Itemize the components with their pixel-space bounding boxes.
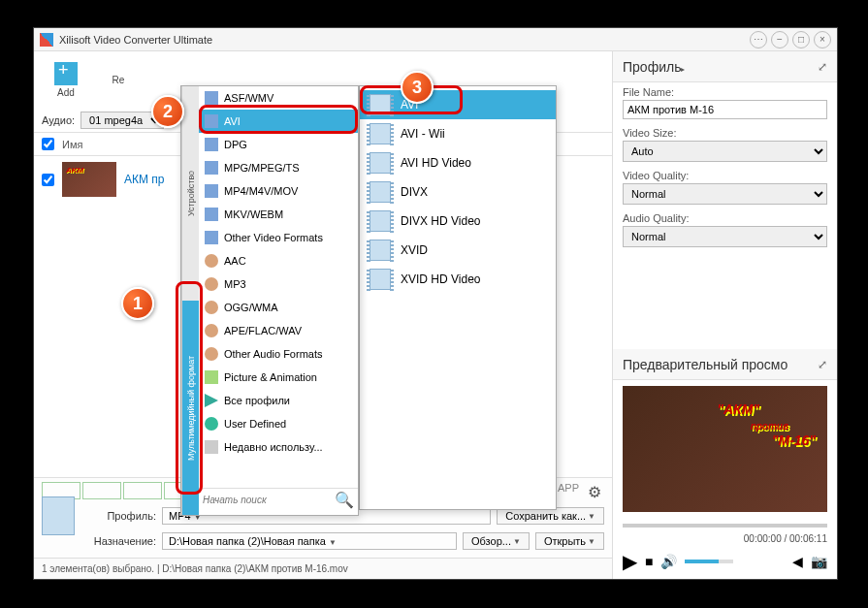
window-title: Xilisoft Video Converter Ultimate xyxy=(59,34,746,46)
preview-text-2: против xyxy=(751,421,788,432)
preview-section-header[interactable]: Предварительный просмо ⤢ xyxy=(613,349,837,380)
close-button[interactable]: × xyxy=(814,31,831,48)
remove-label: Re xyxy=(113,75,125,85)
expand-icon[interactable]: ⤢ xyxy=(818,60,827,74)
fmt-all-profiles[interactable]: Все профили xyxy=(199,389,358,412)
time-display: 00:00:00 / 00:06:11 xyxy=(744,533,827,544)
col-name: Имя xyxy=(62,139,82,150)
callout-3: 3 xyxy=(401,71,434,104)
destination-row: Назначение: D:\Новая папка (2)\Новая пап… xyxy=(42,528,604,554)
profile-label: Профиль: xyxy=(80,510,156,522)
video-size-select[interactable]: Auto xyxy=(623,141,827,162)
fmt-mpg[interactable]: MPG/MPEG/TS xyxy=(199,156,358,179)
fmt-other-video[interactable]: Other Video Formats xyxy=(199,226,358,249)
audio-quality-prop: Audio Quality: Normal xyxy=(613,208,837,251)
fmt-picture[interactable]: Picture & Animation xyxy=(199,366,358,389)
volume-button[interactable]: 🔊 xyxy=(660,554,677,569)
fmt-mp3[interactable]: MP3 xyxy=(199,272,358,296)
transport-controls: ▶ ■ 🔊 ◀ 📷 xyxy=(613,544,837,579)
side-tabs: Устройство Мультимедийный формат xyxy=(181,86,199,515)
file-thumbnail xyxy=(62,162,116,197)
profile-format-icon xyxy=(42,496,75,535)
search-icon[interactable]: 🔍 xyxy=(335,491,354,509)
format-subtype-popup: AVI AVI - Wii AVI HD Video DIVX DIVX HD … xyxy=(359,85,557,510)
format-list: ASF/WMV AVI DPG MPG/MPEG/TS MP4/M4V/MOV … xyxy=(199,86,358,515)
sub-xvid-hd[interactable]: XVID HD Video xyxy=(360,265,556,294)
settings-gear-button[interactable]: ⚙ xyxy=(585,482,604,501)
sub-divx-hd[interactable]: DIVX HD Video xyxy=(360,207,556,236)
status-text: 1 элемента(ов) выбрано. | D:\Новая папка… xyxy=(42,563,348,574)
callout-1: 1 xyxy=(121,287,154,320)
fmt-dpg[interactable]: DPG xyxy=(199,133,358,156)
video-quality-select[interactable]: Normal xyxy=(623,183,827,205)
preview-text-3: "М-16" xyxy=(772,432,816,448)
video-quality-prop: Video Quality: Normal xyxy=(613,166,837,208)
file-name: АКМ пр xyxy=(124,173,165,186)
plus-icon xyxy=(54,62,78,85)
dest-value[interactable]: D:\Новая папка (2)\Новая папка ▼ xyxy=(162,532,457,550)
file-name-label: File Name: xyxy=(623,86,827,98)
fmt-aac[interactable]: AAC xyxy=(199,249,358,272)
fmt-avi[interactable]: AVI xyxy=(199,110,358,133)
file-name-prop: File Name: xyxy=(613,82,837,123)
video-quality-label: Video Quality: xyxy=(623,170,827,181)
file-checkbox[interactable] xyxy=(42,174,54,186)
dest-label: Назначение: xyxy=(80,535,156,547)
fmt-ape[interactable]: APE/FLAC/WAV xyxy=(199,319,358,342)
fmt-other-audio[interactable]: Other Audio Formats xyxy=(199,342,358,366)
maximize-button[interactable]: □ xyxy=(792,31,810,48)
sub-avi-hd[interactable]: AVI HD Video xyxy=(360,148,556,177)
sub-xvid[interactable]: XVID xyxy=(360,236,556,265)
format-category-popup: Устройство Мультимедийный формат ASF/WMV… xyxy=(180,85,359,516)
preview-text-1: "АКМ" xyxy=(717,401,759,417)
title-bar: Xilisoft Video Converter Ultimate ⋯ − □ … xyxy=(34,28,837,51)
snapshot-button[interactable]: 📷 xyxy=(811,554,827,569)
sub-divx[interactable]: DIVX xyxy=(360,177,556,207)
add-label: Add xyxy=(57,87,75,98)
fmt-mp4[interactable]: MP4/M4V/MOV xyxy=(199,179,358,203)
preview-video[interactable]: "АКМ" против "М-16" xyxy=(623,386,827,512)
fmt-recent[interactable]: Недавно использу... xyxy=(199,435,358,459)
open-button[interactable]: Открыть ▼ xyxy=(535,532,604,550)
prev-frame-button[interactable]: ◀ xyxy=(792,554,803,569)
video-size-label: Video Size: xyxy=(623,127,827,139)
play-button[interactable]: ▶ xyxy=(623,550,637,573)
profile-section-header[interactable]: Профиль▸ ⤢ xyxy=(613,51,837,82)
file-name-input[interactable] xyxy=(623,100,827,119)
timeline-track[interactable] xyxy=(623,524,827,528)
audio-quality-label: Audio Quality: xyxy=(623,212,827,224)
format-search-row: 🔍 xyxy=(199,488,358,511)
sidetab-format[interactable]: Мультимедийный формат xyxy=(181,301,199,515)
fmt-mkv[interactable]: MKV/WEBM xyxy=(199,203,358,226)
browse-button[interactable]: Обзор... ▼ xyxy=(463,532,530,550)
callout-2: 2 xyxy=(151,95,184,128)
video-size-prop: Video Size: Auto xyxy=(613,123,837,166)
format-search-input[interactable] xyxy=(203,495,331,505)
stop-button[interactable]: ■ xyxy=(645,554,653,569)
preview-expand-icon[interactable]: ⤢ xyxy=(818,358,827,371)
timeline: 00:00:00 / 00:06:11 xyxy=(613,518,837,544)
remove-button[interactable]: Re xyxy=(94,75,143,85)
sidetab-device[interactable]: Устройство xyxy=(181,86,199,301)
sub-avi-wii[interactable]: AVI - Wii xyxy=(360,119,556,148)
help-button[interactable]: ⋯ xyxy=(750,31,767,48)
select-all-checkbox[interactable] xyxy=(42,138,54,150)
audio-label: Аудио: xyxy=(42,114,75,126)
fmt-user-defined[interactable]: User Defined xyxy=(199,412,358,435)
fmt-ogg[interactable]: OGG/WMA xyxy=(199,296,358,319)
volume-slider[interactable] xyxy=(685,560,733,563)
add-button[interactable]: Add xyxy=(42,62,90,98)
right-panel: Профиль▸ ⤢ File Name: Video Size: Auto V… xyxy=(612,51,837,579)
audio-quality-select[interactable]: Normal xyxy=(623,226,827,247)
minimize-button[interactable]: − xyxy=(771,31,788,48)
fmt-asf[interactable]: ASF/WMV xyxy=(199,86,358,110)
sub-avi[interactable]: AVI xyxy=(360,90,556,119)
app-icon xyxy=(40,33,53,47)
